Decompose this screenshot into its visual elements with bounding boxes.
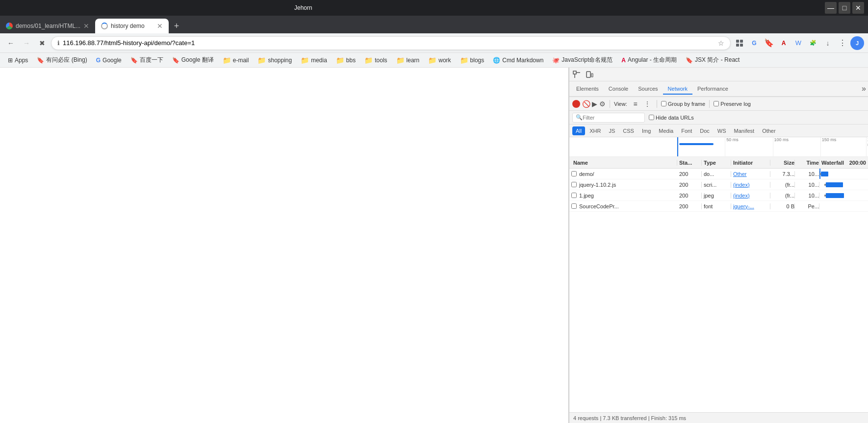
forward-button[interactable]: → xyxy=(20,36,33,50)
settings-button[interactable]: ⋮ xyxy=(836,36,849,50)
filter-input[interactable] xyxy=(583,115,641,121)
table-row[interactable]: jquery-1.10.2.js 200 scri... (index) (fr… xyxy=(569,179,868,190)
bookmark-google-label: Google xyxy=(102,57,122,64)
separator-3 xyxy=(709,100,710,108)
bookmark-tools[interactable]: 📁 tools xyxy=(360,54,391,66)
tab-sources[interactable]: Sources xyxy=(633,84,663,95)
table-row[interactable]: SourceCodePr... 200 font jquery-... 0 B … xyxy=(569,201,868,212)
bookmark-cmd-markdown[interactable]: 🌐 Cmd Markdown xyxy=(489,54,547,66)
bookmark-bbs[interactable]: 📁 bbs xyxy=(332,54,359,66)
bookmark-js-naming[interactable]: 🐙 JavaScript命名规范 xyxy=(548,54,616,66)
bookmark-google[interactable]: G Google xyxy=(92,54,126,66)
clear-button[interactable]: 🚫 xyxy=(582,100,590,108)
bookmark-angular[interactable]: A Angular - 生命周期 xyxy=(617,54,681,66)
bookmark-google-translate[interactable]: 🔖 Google 翻译 xyxy=(168,54,218,66)
capture-screenshot-button[interactable]: ▶ xyxy=(592,100,597,108)
filter-tab-xhr[interactable]: XHR xyxy=(586,126,604,135)
back-button[interactable]: ← xyxy=(4,36,18,50)
filter-tab-doc[interactable]: Doc xyxy=(696,126,713,135)
bookmark-star-button[interactable]: ☆ xyxy=(718,39,724,47)
group-by-frame-label[interactable]: Group by frame xyxy=(661,101,705,107)
bookmark-media[interactable]: 📁 media xyxy=(297,54,331,66)
table-row[interactable]: 1.jpeg 200 jpeg (index) (fr... 10... xyxy=(569,190,868,201)
header-initiator[interactable]: Initiator xyxy=(731,160,770,166)
bookmark-manager-button[interactable]: 🔖 xyxy=(762,36,776,50)
filter-button[interactable]: ⚙ xyxy=(599,100,606,108)
list-view-button[interactable]: ≡ xyxy=(630,99,641,109)
extensions-button[interactable] xyxy=(733,36,746,50)
table-row[interactable]: demo/ 200 do... Other 7.3... 10... xyxy=(569,169,868,179)
filter-tab-font[interactable]: Font xyxy=(678,126,695,135)
bookmark-jsx-label: JSX 简介 - React xyxy=(695,56,740,64)
filter-tab-all[interactable]: All xyxy=(572,126,585,135)
tab-network[interactable]: Network xyxy=(663,84,692,95)
tab-history-demo[interactable]: history demo ✕ xyxy=(95,19,169,33)
more-tabs-button[interactable]: » xyxy=(862,84,866,93)
reload-button[interactable]: ✖ xyxy=(35,36,49,50)
header-status[interactable]: Sta... xyxy=(677,160,702,166)
filter-tab-other[interactable]: Other xyxy=(759,126,779,135)
header-waterfall[interactable]: Waterfall 200:00 xyxy=(819,160,868,166)
preserve-log-label[interactable]: Preserve log xyxy=(714,101,751,107)
minimize-button[interactable]: — xyxy=(825,2,837,14)
header-name[interactable]: Name xyxy=(569,160,677,166)
browser-action-2[interactable]: W xyxy=(791,36,805,50)
filter-tab-css[interactable]: CSS xyxy=(619,126,638,135)
bookmark-learn[interactable]: 📁 learn xyxy=(392,54,424,66)
preserve-log-checkbox[interactable] xyxy=(714,101,719,106)
row-status-2: 200 xyxy=(677,182,702,188)
row-checkbox-2 xyxy=(569,182,578,187)
row-select-4[interactable] xyxy=(571,203,577,209)
row-initiator-2[interactable]: (index) xyxy=(731,182,770,188)
bookmark-baidu[interactable]: 🔖 百度一下 xyxy=(127,54,167,66)
device-toolbar-button[interactable] xyxy=(584,69,595,80)
header-time[interactable]: Time xyxy=(795,160,819,166)
bookmark-email[interactable]: 📁 e-mail xyxy=(219,54,253,66)
inspect-element-button[interactable] xyxy=(571,69,582,80)
row-select-1[interactable] xyxy=(571,171,577,176)
row-select-3[interactable] xyxy=(571,193,577,198)
header-size[interactable]: Size xyxy=(770,160,795,166)
new-tab-button[interactable]: + xyxy=(169,19,184,33)
bing-icon: 🔖 xyxy=(37,57,44,64)
filter-tab-ws[interactable]: WS xyxy=(714,126,730,135)
tab-console[interactable]: Console xyxy=(604,84,633,95)
browser-action-1[interactable]: A xyxy=(777,36,791,50)
hide-data-urls-label[interactable]: Hide data URLs xyxy=(649,115,694,121)
bookmark-shopping[interactable]: 📁 shopping xyxy=(254,54,296,66)
download-button[interactable]: ↓ xyxy=(821,36,835,50)
browser-action-3[interactable]: 🧩 xyxy=(806,36,820,50)
filter-tab-js[interactable]: JS xyxy=(605,126,618,135)
tab-performance[interactable]: Performance xyxy=(692,84,733,95)
close-button[interactable]: ✕ xyxy=(852,2,864,14)
row-type-2: scri... xyxy=(702,182,731,188)
filter-tab-manifest[interactable]: Manifest xyxy=(731,126,758,135)
profile-button[interactable]: J xyxy=(850,36,864,50)
row-initiator-4[interactable]: jquery-... xyxy=(731,203,770,209)
separator-2 xyxy=(657,100,657,108)
tab-demos[interactable]: demos/01_learn/HTML... ✕ xyxy=(0,19,95,33)
header-type[interactable]: Type xyxy=(702,160,731,166)
grid-view-button[interactable]: ⋮ xyxy=(642,99,653,109)
address-input[interactable] xyxy=(63,39,715,47)
group-by-frame-checkbox[interactable] xyxy=(661,101,666,106)
loading-icon xyxy=(101,23,108,29)
bookmark-work[interactable]: 📁 work xyxy=(424,54,455,66)
bookmark-blogs[interactable]: 📁 blogs xyxy=(456,54,488,66)
google-translate-button[interactable]: G xyxy=(747,36,761,50)
filter-tab-media[interactable]: Media xyxy=(655,126,677,135)
tab-close-history[interactable]: ✕ xyxy=(157,22,163,30)
record-button[interactable] xyxy=(572,100,580,108)
bookmark-apps[interactable]: ⊞ Apps xyxy=(4,54,32,66)
bookmark-jsx[interactable]: 🔖 JSX 简介 - React xyxy=(682,54,743,66)
maximize-button[interactable]: □ xyxy=(839,2,850,14)
row-initiator-1[interactable]: Other xyxy=(731,171,770,177)
bookmark-work-label: work xyxy=(438,57,451,64)
bookmark-bing[interactable]: 🔖 有问必应 (Bing) xyxy=(33,54,91,66)
filter-tab-img[interactable]: Img xyxy=(638,126,654,135)
row-select-2[interactable] xyxy=(571,182,577,187)
tab-close-demos[interactable]: ✕ xyxy=(83,22,89,30)
row-initiator-3[interactable]: (index) xyxy=(731,193,770,199)
tab-elements[interactable]: Elements xyxy=(571,84,604,95)
hide-data-urls-checkbox[interactable] xyxy=(649,115,654,120)
